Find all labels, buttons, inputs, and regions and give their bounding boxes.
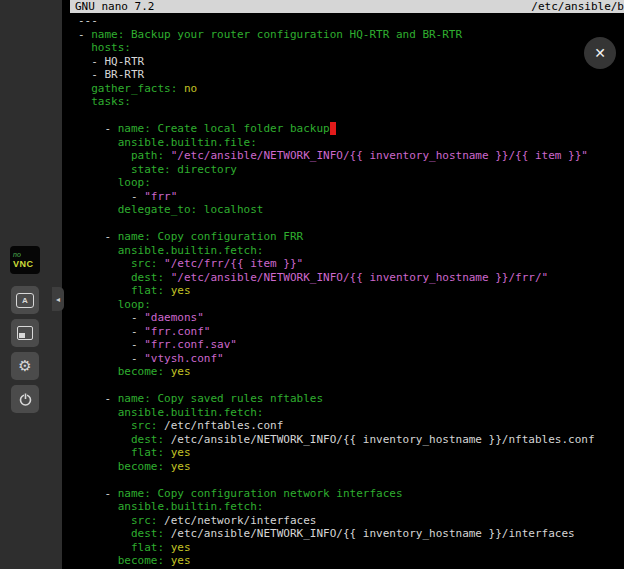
keyboard-icon-letter: A (22, 296, 28, 305)
nano-version: GNU nano 7.2 (70, 0, 154, 13)
code-line: path: "/etc/ansible/NETWORK_INFO/{{ inve… (78, 149, 624, 163)
code-line: become: yes (78, 365, 624, 379)
code-line (78, 217, 624, 231)
code-line: --- (78, 14, 624, 28)
code-line: - BR-RTR (78, 68, 624, 82)
close-icon: ✕ (594, 45, 606, 61)
code-line: - "frr" (78, 190, 624, 204)
fullscreen-button[interactable] (11, 319, 39, 347)
code-line: - HQ-RTR (78, 55, 624, 69)
chevron-left-icon: ◂ (56, 295, 60, 304)
code-line: - "frr.conf" (78, 325, 624, 339)
code-line: src: /etc/nftables.conf (78, 419, 624, 433)
code-line: hosts: (78, 41, 624, 55)
terminal-window[interactable]: GNU nano 7.2 /etc/ansible/b ---- name: B… (62, 0, 624, 569)
code-line: become: yes (78, 460, 624, 474)
code-line: dest: "/etc/ansible/NETWORK_INFO/{{ inve… (78, 271, 624, 285)
code-line (78, 473, 624, 487)
code-line: flat: yes (78, 446, 624, 460)
code-line: - name: Create local folder backup (78, 122, 624, 136)
code-line: - name: Backup your router configuration… (78, 28, 624, 42)
code-line: - name: Copy configuration network inter… (78, 487, 624, 501)
code-line: ansible.builtin.fetch: (78, 406, 624, 420)
keyboard-button[interactable]: A (11, 286, 39, 314)
code-line: loop: (78, 298, 624, 312)
novnc-logo-text-top: no (13, 251, 40, 259)
code-line: state: directory (78, 163, 624, 177)
code-line: ansible.builtin.fetch: (78, 500, 624, 514)
keyboard-icon: A (16, 293, 34, 308)
control-bar-collapse-handle[interactable]: ◂ (52, 287, 64, 311)
code-line: tasks: (78, 95, 624, 109)
code-line: gather_facts: no (78, 82, 624, 96)
nano-filename: /etc/ansible/b (531, 0, 624, 13)
novnc-logo: no VNC (10, 246, 40, 274)
code-line: - name: Copy saved rules nftables (78, 392, 624, 406)
vnc-control-bar: no VNC ◂ A ⚙ (0, 0, 62, 569)
code-line: src: /etc/network/interfaces (78, 514, 624, 528)
code-line: - "vtysh.conf" (78, 352, 624, 366)
power-button[interactable] (11, 385, 39, 413)
novnc-logo-text-bottom: VNC (13, 259, 40, 269)
settings-button[interactable]: ⚙ (11, 352, 39, 380)
code-line: flat: yes (78, 541, 624, 555)
code-line: - name: Copy configuration FRR (78, 230, 624, 244)
nano-titlebar: GNU nano 7.2 /etc/ansible/b (70, 0, 624, 13)
code-line: src: "/etc/frr/{{ item }}" (78, 257, 624, 271)
code-line: delegate_to: localhost (78, 203, 624, 217)
editor-buffer[interactable]: ---- name: Backup your router configurat… (62, 13, 624, 568)
code-line: flat: yes (78, 284, 624, 298)
close-button[interactable]: ✕ (584, 37, 616, 69)
code-line: dest: /etc/ansible/NETWORK_INFO/{{ inven… (78, 433, 624, 447)
code-line (78, 379, 624, 393)
code-line: - "daemons" (78, 311, 624, 325)
code-line (78, 109, 624, 123)
code-line: ansible.builtin.fetch: (78, 244, 624, 258)
code-line: become: yes (78, 554, 624, 568)
code-line: ansible.builtin.file: (78, 136, 624, 150)
power-icon (18, 392, 33, 407)
code-line: loop: (78, 176, 624, 190)
code-line: - "frr.conf.sav" (78, 338, 624, 352)
code-line: dest: /etc/ansible/NETWORK_INFO/{{ inven… (78, 527, 624, 541)
vnc-screen: no VNC ◂ A ⚙ GNU nano 7 (0, 0, 624, 569)
gear-icon: ⚙ (18, 359, 31, 374)
fullscreen-icon (17, 326, 33, 340)
